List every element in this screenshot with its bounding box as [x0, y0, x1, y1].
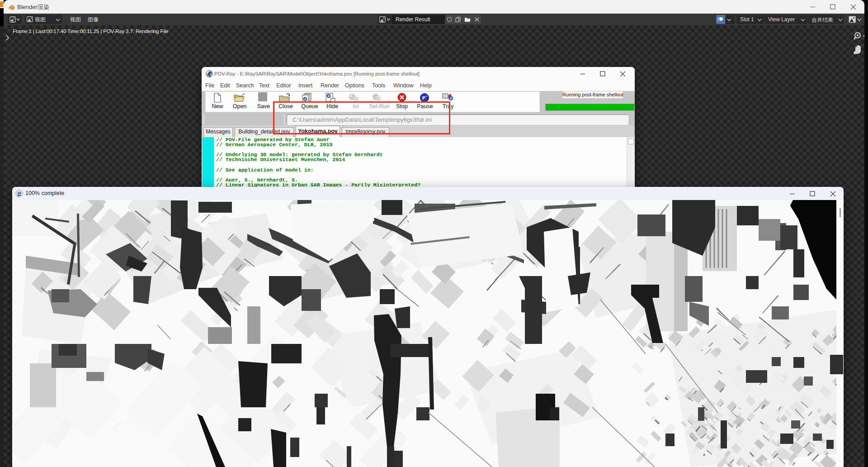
svg-text:z: z: [426, 95, 427, 97]
